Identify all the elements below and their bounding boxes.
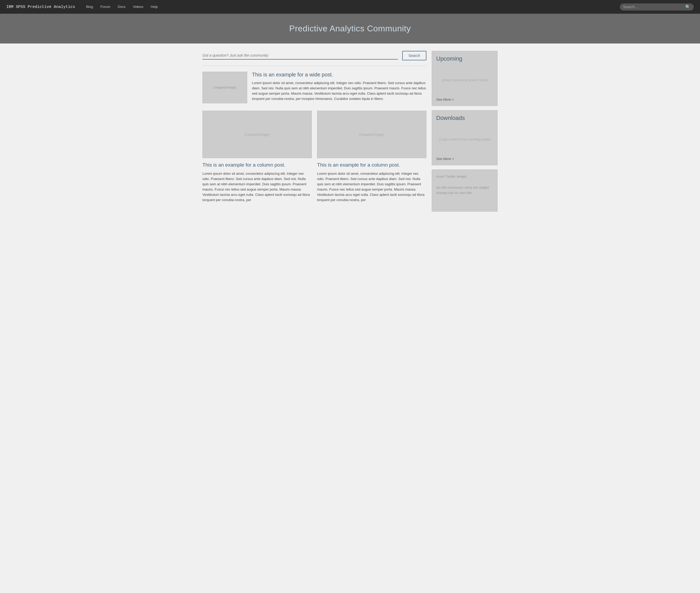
nav-search-button[interactable]: 🔍 — [685, 4, 691, 9]
twitter-line2: No title necessary since the widget alre… — [436, 185, 493, 196]
community-search: Search — [202, 51, 426, 61]
column-post-0-body: Lorem ipsum dolor sit amet, consectetur … — [202, 171, 312, 203]
column-post-0: (cropped image) This is an example for a… — [202, 111, 312, 203]
column-posts: (cropped image) This is an example for a… — [202, 111, 426, 203]
upcoming-title: Upcoming — [436, 55, 493, 62]
main-container: Search (cropped image) This is an exampl… — [197, 43, 503, 219]
wide-post-content: This is an example for a wide post. Lore… — [252, 72, 426, 103]
downloads-title: Downloads — [436, 115, 493, 121]
hero-banner: Predictive Analytics Community — [0, 14, 700, 43]
hero-title: Predictive Analytics Community — [5, 24, 695, 34]
column-post-1-image: (cropped image) — [317, 111, 426, 158]
upcoming-footer: See More > — [436, 97, 493, 102]
community-search-input[interactable] — [202, 52, 398, 60]
nav-blog[interactable]: Blog — [82, 0, 97, 14]
downloads-footer: See More > — [436, 157, 493, 161]
upcoming-see-more[interactable]: See More > — [436, 97, 454, 102]
column-post-1-title: This is an example for a column post. — [317, 162, 426, 168]
content-divider — [202, 66, 426, 66]
nav-search-wrap: 🔍 — [620, 3, 694, 10]
nav-forum[interactable]: Forum — [97, 0, 114, 14]
column-post-1: (cropped image) This is an example for a… — [317, 111, 426, 203]
nav-videos[interactable]: Videos — [129, 0, 147, 14]
downloads-body: (Copy content from existing panel) — [436, 125, 493, 154]
wide-post: (cropped image) This is an example for a… — [202, 72, 426, 103]
downloads-see-more[interactable]: See More > — [436, 157, 454, 161]
sidebar: Upcoming (Insert upcoming events here) S… — [432, 51, 498, 212]
twitter-line1: Insert Twitter widget. — [436, 174, 493, 180]
nav-docs[interactable]: Docs — [114, 0, 129, 14]
content-area: Search (cropped image) This is an exampl… — [202, 51, 426, 212]
wide-post-image: (cropped image) — [202, 72, 247, 103]
wide-post-body: Lorem ipsum dolor sit amet, consectetur … — [252, 80, 426, 102]
community-search-button[interactable]: Search — [402, 51, 426, 61]
twitter-widget-body: Insert Twitter widget. No title necessar… — [436, 174, 493, 196]
twitter-widget: Insert Twitter widget. No title necessar… — [432, 169, 498, 212]
wide-post-title: This is an example for a wide post. — [252, 72, 426, 78]
column-post-0-title: This is an example for a column post. — [202, 162, 312, 168]
upcoming-widget: Upcoming (Insert upcoming events here) S… — [432, 51, 498, 106]
upcoming-body: (Insert upcoming events here) — [436, 65, 493, 94]
downloads-widget: Downloads (Copy content from existing pa… — [432, 110, 498, 165]
nav-links: Blog Forum Docs Videos Help — [82, 0, 620, 14]
column-post-0-image: (cropped image) — [202, 111, 312, 158]
nav-help[interactable]: Help — [147, 0, 162, 14]
nav-search-input[interactable] — [623, 5, 683, 9]
brand-logo: IBM SPSS Predictive Analytics — [6, 5, 75, 9]
column-post-1-body: Lorem ipsum dolor sit amet, consectetur … — [317, 171, 426, 203]
navbar: IBM SPSS Predictive Analytics Blog Forum… — [0, 0, 700, 14]
